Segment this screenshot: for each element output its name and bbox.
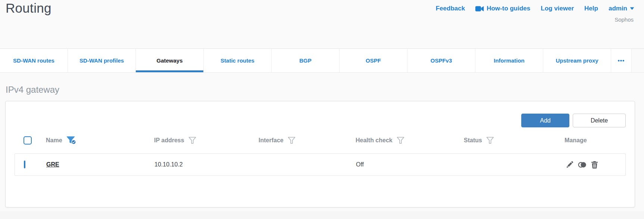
column-header-interface: Interface [255,137,352,144]
tab-sd-wan-profiles[interactable]: SD-WAN profiles [68,49,136,72]
top-header: Routing Feedback How-to guides Log viewe… [0,0,644,48]
page-title: Routing [6,1,51,16]
admin-label: admin [609,5,627,12]
tabstrip-filler [632,49,644,72]
tab-more-ellipsis[interactable]: ••• [611,49,632,72]
brand-label: Sophos [615,16,634,23]
header-links: Feedback How-to guides Log viewer Help a… [436,5,634,12]
tab-bgp[interactable]: BGP [272,49,340,72]
filter-icon-interface[interactable] [288,137,296,144]
how-to-guides-label: How-to guides [487,5,530,12]
routing-tabs: SD-WAN routes SD-WAN profiles Gateways S… [0,48,644,73]
tab-static-routes[interactable]: Static routes [204,49,272,72]
column-label-health-check: Health check [352,137,393,144]
tab-ospf[interactable]: OSPF [340,49,407,72]
caret-down-icon [630,7,634,10]
column-label-interface: Interface [255,137,284,144]
tab-sd-wan-routes[interactable]: SD-WAN routes [0,49,68,72]
filter-icon-ip-address[interactable] [188,137,196,144]
header-select-cell [15,136,42,145]
tab-ospfv3[interactable]: OSPFv3 [407,49,475,72]
edit-pencil-icon[interactable] [566,161,573,169]
section-heading: IPv4 gateway [6,85,644,95]
row-health-check-cell: Off [352,161,460,168]
filter-icon-health-check[interactable] [397,137,404,144]
video-camera-icon [475,6,484,12]
trash-delete-icon[interactable] [591,161,598,169]
column-label-ip-address: IP address [150,137,184,144]
ipv4-gateway-card: Add Delete Name IP address Interface [5,101,635,207]
column-label-status: Status [460,137,482,144]
admin-menu[interactable]: admin [609,5,634,12]
tab-upstream-proxy[interactable]: Upstream proxy [543,49,611,72]
tab-gateways[interactable]: Gateways [136,49,204,72]
feedback-link[interactable]: Feedback [436,5,465,12]
row-select-cell [15,161,43,168]
column-label-manage: Manage [561,137,587,144]
column-header-name: Name [42,136,150,145]
filter-applied-icon[interactable] [66,136,76,145]
column-header-ip-address: IP address [150,137,255,144]
column-label-name: Name [42,137,62,144]
table-row: GRE 10.10.10.2 Off [15,153,626,176]
row-ip-cell: 10.10.10.2 [151,161,255,168]
row-status-cell [460,161,561,168]
gateway-name-link[interactable]: GRE [46,161,59,168]
tab-information[interactable]: Information [475,49,543,72]
clone-icon[interactable] [578,161,587,169]
page-bottom-strip [0,211,644,219]
add-button[interactable]: Add [521,114,569,127]
table-header-row: Name IP address Interface Health check [15,134,626,147]
column-header-status: Status [460,137,561,144]
table-toolbar: Add Delete [15,101,626,127]
log-viewer-label: Log viewer [541,5,574,12]
log-viewer-link[interactable]: Log viewer [541,5,574,12]
row-manage-cell [561,161,625,169]
select-all-checkbox[interactable] [24,136,32,145]
feedback-link-label: Feedback [436,5,465,12]
column-header-health-check: Health check [352,137,460,144]
column-header-manage: Manage [561,137,626,144]
row-checkbox[interactable] [24,161,25,168]
help-link[interactable]: Help [584,5,598,12]
help-label: Help [584,5,598,12]
filter-icon-status[interactable] [486,137,494,144]
row-name-cell: GRE [43,161,151,168]
delete-button[interactable]: Delete [573,114,626,127]
how-to-guides-link[interactable]: How-to guides [475,5,530,12]
